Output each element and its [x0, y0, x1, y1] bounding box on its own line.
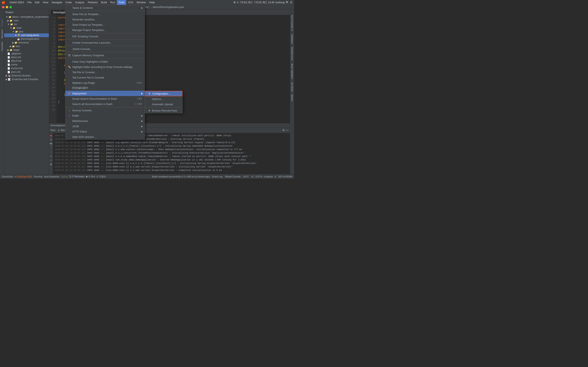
- tree-item-demo[interactable]: ▼ 📁 demo ~/work/github_project/demo: [4, 15, 49, 19]
- tree-item-gitignore[interactable]: 📄 .gitignore: [4, 52, 49, 55]
- menu-options[interactable]: Options...: [145, 96, 182, 101]
- java-enterprise-tab[interactable]: Java Enterprise: [44, 175, 60, 178]
- menu-icon[interactable]: ☰: [290, 1, 292, 4]
- log-line: 2019-07-03 14:48:06.883 INFO 3886 --- [m…: [55, 141, 288, 144]
- tree-item-extlibs[interactable]: ▶ 📚 External Libraries: [4, 74, 49, 77]
- run-tab[interactable]: ▶ 4: Run: [86, 175, 95, 178]
- tree-item-helpmd[interactable]: 📄 HELP.md: [4, 59, 49, 63]
- rerun-icon[interactable]: ↺: [49, 138, 53, 141]
- menu-smart-search[interactable]: Smart-Search Documentation in Dash ⇧⌘D: [65, 96, 145, 101]
- menu-jshell[interactable]: JShell Console...: [65, 46, 145, 52]
- minimize-panel-icon[interactable]: —: [286, 129, 288, 132]
- settings-icon[interactable]: ⚙: [282, 129, 285, 132]
- tree-item-mvn[interactable]: ▶ 📁 .mvn: [4, 19, 49, 22]
- right-panel-database[interactable]: Database: [290, 33, 294, 45]
- terminal-tab[interactable]: Terminal: [34, 175, 42, 178]
- wrap-icon[interactable]: ⤾: [49, 158, 53, 162]
- tree-item-mvnwcmd[interactable]: 📄 mvnw.cmd: [4, 67, 49, 70]
- menubar-analyze[interactable]: Analyze: [73, 0, 86, 5]
- scroll-up-icon[interactable]: ↑: [49, 146, 53, 150]
- menu-capture-memory[interactable]: 📷 Capture Memory Snapshot: [65, 53, 145, 58]
- stop-icon[interactable]: ■: [49, 134, 53, 137]
- tree-item-target[interactable]: ▶ 📁 target: [4, 48, 49, 52]
- menu-save-file-template[interactable]: Save File as Template...: [65, 11, 145, 17]
- menubar-build[interactable]: Build: [99, 0, 109, 5]
- tree-item-package[interactable]: ▼ 📦 com.study.demo: [4, 33, 49, 37]
- menu-clear-grep[interactable]: Clear Grep Highlights in Editor: [65, 59, 145, 64]
- event-log[interactable]: Event Log: [212, 175, 222, 178]
- menu-tail-file[interactable]: Tail File in Console...: [65, 69, 145, 75]
- menu-highlight-grep[interactable]: ✏️ Highlight Editor according to Grep Co…: [65, 64, 145, 69]
- menu-kotlin[interactable]: K Kotlin: [65, 113, 145, 118]
- menu-alibaba[interactable]: 阿里编码规约: [65, 85, 145, 91]
- findbugs-tab[interactable]: ● FindBugs-IDEA: [15, 175, 32, 178]
- menu-save-project-template[interactable]: Save Project as Template...: [65, 22, 145, 27]
- apple-menu[interactable]: 🍎: [2, 1, 6, 4]
- menu-search-all[interactable]: Search all Documentation in Dash ⌥⇧⌘D: [65, 101, 145, 107]
- menu-tail-current[interactable]: Tail Current File in Console: [65, 75, 145, 80]
- close-button[interactable]: [2, 6, 4, 8]
- tree-item-java[interactable]: ▼ 📁 java: [4, 30, 49, 33]
- expand-icon[interactable]: ⊞: [49, 162, 53, 166]
- menu-mybatis[interactable]: MyBatis Log Plugin ⌥⌘O: [65, 80, 145, 85]
- menubar-refactor[interactable]: Refactor: [86, 0, 99, 5]
- menubar-help[interactable]: Help: [148, 0, 156, 5]
- menubar-code[interactable]: Code: [64, 0, 73, 5]
- right-panel-maven[interactable]: Maven: [290, 93, 294, 103]
- camera-icon[interactable]: 📷: [49, 142, 53, 145]
- search-icon[interactable]: 🔍: [286, 1, 289, 4]
- menu-manage-templates[interactable]: Manage Project Templates...: [65, 27, 145, 33]
- right-panel-rest-services[interactable]: RestServices: [290, 45, 294, 62]
- spring-tab[interactable]: Spring: [61, 175, 68, 178]
- filter-icon[interactable]: ≡: [49, 154, 53, 158]
- maximize-button[interactable]: [9, 6, 12, 8]
- menu-groovy[interactable]: ● Groovy Console...: [65, 108, 145, 113]
- menubar-vcs[interactable]: VCS: [126, 0, 135, 5]
- tree-item-resources[interactable]: ▶ 📁 resources: [4, 41, 49, 44]
- tools-dropdown[interactable]: Tasks & Contexts Save File as Template..…: [65, 5, 145, 140]
- right-panel-key-promoter[interactable]: Key Promoter X: [290, 13, 294, 33]
- todo-tab[interactable]: 6: TODO: [97, 175, 106, 178]
- jrebel-console[interactable]: JRebel Console: [225, 175, 241, 178]
- tree-item-main[interactable]: ▼ 📁 main: [4, 26, 49, 30]
- tree-item-src[interactable]: ▼ 📁 src: [4, 22, 49, 26]
- messages-tab[interactable]: ☰ 0: Messages: [69, 175, 85, 178]
- menu-cmdline-launcher[interactable]: Create Command-line Launcher...: [65, 40, 145, 45]
- scroll-down-icon[interactable]: ↓: [49, 150, 53, 154]
- menubar-run[interactable]: Run: [109, 0, 117, 5]
- menu-http-client[interactable]: HTTP Client: [65, 129, 145, 134]
- menu-generate-javadoc[interactable]: Generate JavaDoc...: [65, 17, 145, 22]
- menubar-navigate[interactable]: Navigate: [50, 0, 64, 5]
- menubar-tools[interactable]: Tools: [117, 0, 126, 5]
- menu-configuration[interactable]: ⚙ Configuration...: [145, 91, 182, 96]
- left-tab-project[interactable]: Project: [0, 17, 4, 28]
- menubar-window[interactable]: Window: [135, 0, 148, 5]
- menu-deployment[interactable]: 🚀 Deployment ⚙ Configuration... Options.…: [65, 91, 145, 96]
- menubar-file[interactable]: File: [26, 0, 33, 5]
- tail-file-label: Tail File in Console...: [72, 71, 97, 74]
- tree-item-demoapplication[interactable]: ☕ DemoApplication: [4, 37, 49, 41]
- menu-webservices[interactable]: WebServices: [65, 118, 145, 124]
- menu-browse-remote[interactable]: 🖥 Browse Remote Host: [145, 108, 182, 113]
- menubar-intellij[interactable]: IntelliJ IDEA: [8, 0, 26, 5]
- tree-item-test[interactable]: ▶ 📁 test: [4, 44, 49, 48]
- menu-tasks-contexts[interactable]: Tasks & Contexts: [65, 5, 145, 10]
- menubar-view[interactable]: View: [41, 0, 50, 5]
- menubar-edit[interactable]: Edit: [33, 0, 41, 5]
- right-panel-bean-validation[interactable]: Bean Validation: [290, 62, 294, 81]
- tree-item-demoiml[interactable]: 📄 demo.iml: [4, 55, 49, 59]
- checkstyle-tab[interactable]: CheckStyle: [2, 175, 13, 178]
- tree-item-mvnw[interactable]: 📄 mvnw: [4, 63, 49, 67]
- menu-ide-scripting[interactable]: IDE Scripting Console: [65, 34, 145, 39]
- deployment-submenu[interactable]: ⚙ Configuration... Options... Automatic …: [145, 91, 182, 113]
- menu-auto-upload[interactable]: Automatic Upload: [145, 101, 182, 107]
- tree-item-scratches[interactable]: ▶ 📝 Scratches and Consoles: [4, 77, 49, 81]
- menu-ssh[interactable]: Start SSH session...: [65, 134, 145, 140]
- right-panel-ant-build[interactable]: Ant Build: [290, 81, 294, 93]
- minimize-button[interactable]: [6, 6, 8, 8]
- left-tab-structure[interactable]: Structure: [0, 28, 4, 40]
- tree-item-pomxml[interactable]: 📄 pom.xml: [4, 70, 49, 74]
- left-tab-favorites[interactable]: Favorites: [0, 40, 4, 53]
- deployment-icon: 🚀: [68, 92, 71, 95]
- menu-jaxb[interactable]: JAXB: [65, 124, 145, 129]
